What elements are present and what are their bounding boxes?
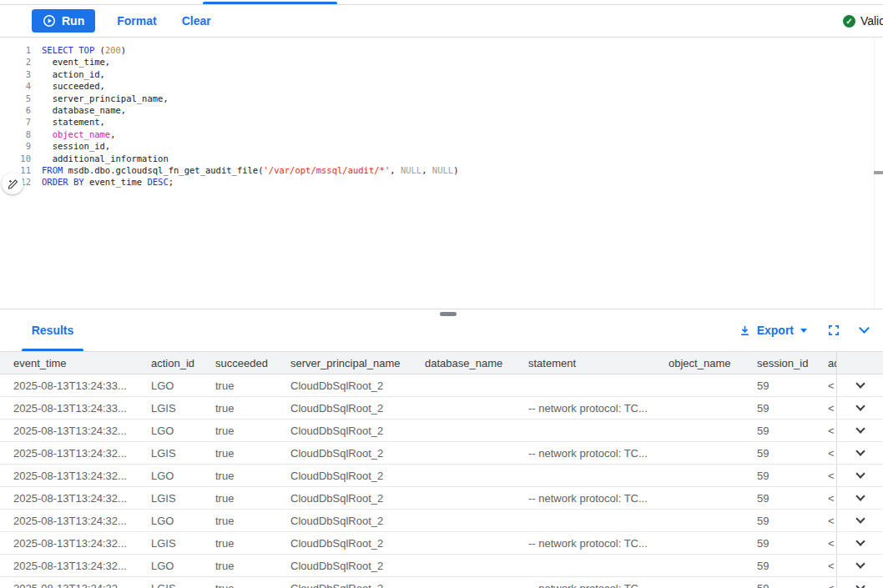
line-number: 3: [0, 68, 31, 80]
cell-server_principal_name: CloudDbSqlRoot_2: [290, 447, 425, 460]
line-number: 9: [0, 140, 31, 152]
cell-succeeded: true: [215, 447, 290, 460]
run-button[interactable]: Run: [32, 9, 95, 33]
code-text: session_id,: [42, 140, 110, 152]
table-row: 2025-08-13T13:24:32...LGOtrueCloudDbSqlR…: [0, 510, 883, 532]
cell-server_principal_name: CloudDbSqlRoot_2: [290, 537, 425, 550]
line-number: 8: [0, 128, 31, 140]
table-row: 2025-08-13T13:24:32...LGIStrueCloudDbSql…: [0, 442, 883, 465]
code-area: 1SELECT TOP (200)2 event_time,3 action_i…: [0, 44, 883, 188]
code-line: 9 session_id,: [0, 140, 883, 152]
results-tab-label: Results: [32, 324, 74, 337]
cell-succeeded: true: [215, 492, 290, 505]
table-row: 2025-08-13T13:24:32...LGIStrueCloudDbSql…: [0, 487, 883, 510]
cell-action_id: LGO: [151, 470, 215, 482]
clear-button[interactable]: Clear: [182, 14, 211, 28]
validity-label: Valid: [860, 14, 883, 28]
scrollbar-thumb[interactable]: [874, 171, 883, 174]
column-header-object_name: object_name: [669, 357, 757, 369]
cell-session_id: 59: [757, 515, 828, 527]
row-expand-button[interactable]: [836, 420, 883, 441]
query-validity-status: ✓ Valid: [843, 14, 883, 28]
chevron-down-icon: [855, 581, 865, 588]
code-line: 7 statement,: [0, 116, 883, 128]
cell-event_time: 2025-08-13T13:24:32...: [0, 447, 151, 460]
row-expand-button[interactable]: [836, 555, 883, 576]
code-line: 1SELECT TOP (200): [0, 44, 883, 56]
line-number: 1: [0, 44, 31, 56]
table-row: 2025-08-13T13:24:32...LGOtrueCloudDbSqlR…: [0, 465, 883, 487]
table-row: 2025-08-13T13:24:32...LGIStrueCloudDbSql…: [0, 532, 883, 555]
code-line: 10 additional_information: [0, 153, 883, 164]
row-expand-button[interactable]: [836, 465, 883, 486]
cell-action_id: LGO: [151, 560, 215, 572]
cell-server_principal_name: CloudDbSqlRoot_2: [290, 379, 425, 392]
cell-event_time: 2025-08-13T13:24:33...: [0, 402, 151, 415]
results-header: Results Export: [0, 309, 883, 352]
cell-statement: -- network protocol: TC...: [528, 582, 669, 588]
table-row: 2025-08-13T13:24:32...LGOtrueCloudDbSqlR…: [0, 420, 883, 442]
code-text: database_name,: [42, 104, 126, 116]
active-tab-indicator: [203, 2, 337, 4]
cell-event_time: 2025-08-13T13:24:32...: [0, 425, 151, 437]
code-text: ORDER BY event_time DESC;: [42, 176, 174, 188]
line-number: 5: [0, 93, 31, 104]
row-expand-button[interactable]: [836, 397, 883, 419]
code-line: 5 server_principal_name,: [0, 93, 883, 104]
row-expand-button[interactable]: [836, 487, 883, 509]
caret-down-icon: [800, 329, 807, 333]
cell-action_id: LGIS: [151, 447, 215, 460]
tab-results[interactable]: Results: [22, 309, 83, 351]
code-text: statement,: [42, 116, 105, 128]
table-row: 2025-08-13T13:24:33...LGOtrueCloudDbSqlR…: [0, 374, 883, 397]
ai-assist-button[interactable]: [2, 173, 23, 194]
code-line: 12ORDER BY event_time DESC;: [0, 176, 883, 188]
fullscreen-button[interactable]: [827, 324, 840, 337]
check-circle-icon: ✓: [843, 15, 855, 28]
line-number: 6: [0, 104, 31, 116]
collapse-results-button[interactable]: [860, 329, 868, 332]
cell-additional_information: <: [828, 515, 836, 527]
cell-session_id: 59: [757, 447, 828, 460]
export-button[interactable]: Export: [739, 324, 807, 337]
row-expand-button[interactable]: [836, 510, 883, 531]
code-line: 8 object_name,: [0, 128, 883, 140]
cell-succeeded: true: [215, 470, 290, 482]
cell-succeeded: true: [215, 515, 290, 527]
chevron-down-icon: [855, 424, 865, 433]
row-expand-button[interactable]: [836, 442, 883, 464]
chevron-down-icon: [855, 514, 865, 523]
play-circle-icon: [43, 14, 56, 28]
editor-scrollbar[interactable]: [874, 38, 883, 309]
cell-event_time: 2025-08-13T13:24:32...: [0, 537, 151, 550]
column-header-action_id: action_id: [151, 357, 215, 369]
results-panel: Results Export event_timeaction_idsuccee…: [0, 309, 883, 588]
code-line: 2 event_time,: [0, 56, 883, 68]
code-line: 3 action_id,: [0, 68, 883, 80]
cell-statement: -- network protocol: TC...: [528, 492, 669, 505]
cell-action_id: LGIS: [151, 492, 215, 505]
cell-additional_information: <: [828, 492, 836, 505]
cell-succeeded: true: [215, 582, 290, 588]
sql-editor[interactable]: 1SELECT TOP (200)2 event_time,3 action_i…: [0, 38, 883, 309]
row-expand-button[interactable]: [836, 374, 883, 396]
row-expand-button[interactable]: [836, 532, 883, 554]
cell-session_id: 59: [757, 537, 828, 550]
code-text: FROM msdb.dbo.gcloudsql_fn_get_audit_fil…: [42, 164, 458, 176]
table-row: 2025-08-13T13:24:32...LGOtrueCloudDbSqlR…: [0, 555, 883, 577]
code-text: additional_information: [42, 153, 169, 164]
code-line: 6 database_name,: [0, 104, 883, 116]
column-header-event_time: event_time: [0, 357, 151, 369]
chevron-down-icon: [855, 446, 865, 455]
code-text: object_name,: [42, 128, 116, 140]
line-number: 10: [0, 153, 31, 164]
format-button[interactable]: Format: [117, 14, 156, 28]
cell-server_principal_name: CloudDbSqlRoot_2: [290, 470, 425, 482]
cell-session_id: 59: [757, 425, 828, 437]
cell-event_time: 2025-08-13T13:24:32...: [0, 470, 151, 482]
cell-action_id: LGO: [151, 515, 215, 527]
cell-server_principal_name: CloudDbSqlRoot_2: [290, 492, 425, 505]
row-expand-button[interactable]: [836, 577, 883, 588]
cell-session_id: 59: [757, 582, 828, 588]
line-number: 2: [0, 56, 31, 68]
